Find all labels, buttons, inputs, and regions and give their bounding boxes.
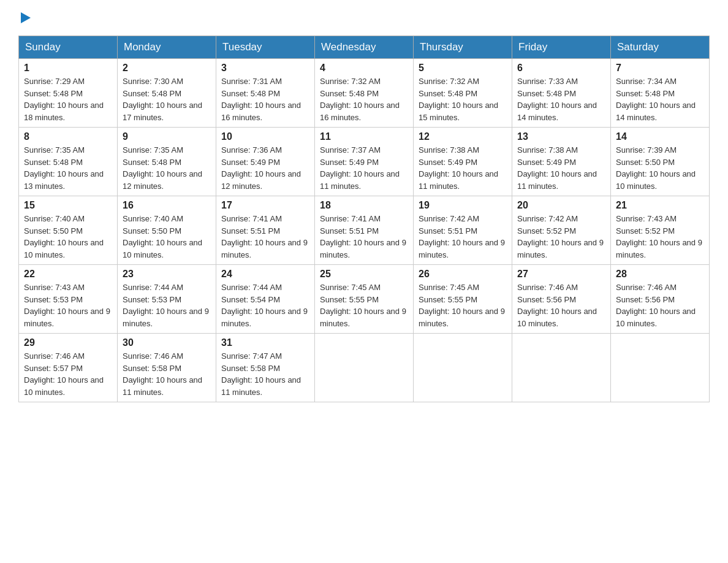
- calendar-cell: [315, 334, 414, 402]
- day-info: Sunrise: 7:32 AMSunset: 5:48 PMDaylight:…: [419, 75, 507, 123]
- day-info: Sunrise: 7:30 AMSunset: 5:48 PMDaylight:…: [123, 75, 211, 123]
- logo: [18, 12, 31, 23]
- day-number: 27: [517, 269, 605, 280]
- calendar-cell: 10Sunrise: 7:36 AMSunset: 5:49 PMDayligh…: [216, 128, 315, 196]
- day-number: 31: [221, 337, 309, 348]
- calendar-cell: [414, 334, 512, 402]
- calendar-cell: 23Sunrise: 7:44 AMSunset: 5:53 PMDayligh…: [118, 265, 216, 334]
- day-info: Sunrise: 7:46 AMSunset: 5:56 PMDaylight:…: [616, 282, 704, 329]
- day-number: 4: [320, 63, 408, 74]
- day-info: Sunrise: 7:34 AMSunset: 5:48 PMDaylight:…: [616, 75, 704, 123]
- calendar-cell: 16Sunrise: 7:40 AMSunset: 5:50 PMDayligh…: [118, 196, 216, 265]
- calendar-cell: 1Sunrise: 7:29 AMSunset: 5:48 PMDaylight…: [19, 59, 118, 128]
- day-info: Sunrise: 7:43 AMSunset: 5:53 PMDaylight:…: [24, 282, 112, 329]
- calendar-cell: 2Sunrise: 7:30 AMSunset: 5:48 PMDaylight…: [118, 59, 216, 128]
- day-info: Sunrise: 7:45 AMSunset: 5:55 PMDaylight:…: [320, 282, 408, 329]
- day-info: Sunrise: 7:36 AMSunset: 5:49 PMDaylight:…: [221, 144, 309, 192]
- day-info: Sunrise: 7:44 AMSunset: 5:53 PMDaylight:…: [123, 282, 211, 329]
- day-number: 30: [123, 337, 211, 348]
- day-number: 3: [221, 63, 309, 74]
- day-number: 28: [616, 269, 704, 280]
- day-number: 9: [123, 131, 211, 142]
- calendar-week-1: 1Sunrise: 7:29 AMSunset: 5:48 PMDaylight…: [19, 59, 710, 128]
- day-number: 19: [419, 200, 507, 211]
- weekday-header-wednesday: Wednesday: [315, 36, 414, 59]
- weekday-header-tuesday: Tuesday: [216, 36, 315, 59]
- day-number: 17: [221, 200, 309, 211]
- calendar-cell: 26Sunrise: 7:45 AMSunset: 5:55 PMDayligh…: [414, 265, 512, 334]
- day-info: Sunrise: 7:47 AMSunset: 5:58 PMDaylight:…: [221, 350, 309, 398]
- day-info: Sunrise: 7:38 AMSunset: 5:49 PMDaylight:…: [517, 144, 605, 192]
- day-info: Sunrise: 7:37 AMSunset: 5:49 PMDaylight:…: [320, 144, 408, 192]
- calendar-cell: 24Sunrise: 7:44 AMSunset: 5:54 PMDayligh…: [216, 265, 315, 334]
- day-number: 29: [24, 337, 112, 348]
- day-number: 25: [320, 269, 408, 280]
- day-info: Sunrise: 7:41 AMSunset: 5:51 PMDaylight:…: [320, 213, 408, 261]
- day-number: 13: [517, 131, 605, 142]
- day-info: Sunrise: 7:38 AMSunset: 5:49 PMDaylight:…: [419, 144, 507, 192]
- day-number: 7: [616, 63, 704, 74]
- day-info: Sunrise: 7:46 AMSunset: 5:57 PMDaylight:…: [24, 350, 112, 398]
- day-number: 21: [616, 200, 704, 211]
- day-number: 10: [221, 131, 309, 142]
- calendar-cell: 28Sunrise: 7:46 AMSunset: 5:56 PMDayligh…: [611, 265, 710, 334]
- day-number: 18: [320, 200, 408, 211]
- calendar-cell: 9Sunrise: 7:35 AMSunset: 5:48 PMDaylight…: [118, 128, 216, 196]
- day-info: Sunrise: 7:42 AMSunset: 5:52 PMDaylight:…: [517, 213, 605, 261]
- calendar-cell: 18Sunrise: 7:41 AMSunset: 5:51 PMDayligh…: [315, 196, 414, 265]
- day-info: Sunrise: 7:29 AMSunset: 5:48 PMDaylight:…: [24, 75, 112, 123]
- calendar-cell: 17Sunrise: 7:41 AMSunset: 5:51 PMDayligh…: [216, 196, 315, 265]
- logo-arrow-icon: [21, 12, 31, 23]
- calendar-cell: 25Sunrise: 7:45 AMSunset: 5:55 PMDayligh…: [315, 265, 414, 334]
- calendar-cell: 11Sunrise: 7:37 AMSunset: 5:49 PMDayligh…: [315, 128, 414, 196]
- day-info: Sunrise: 7:46 AMSunset: 5:56 PMDaylight:…: [517, 282, 605, 329]
- day-info: Sunrise: 7:41 AMSunset: 5:51 PMDaylight:…: [221, 213, 309, 261]
- calendar-cell: 30Sunrise: 7:46 AMSunset: 5:58 PMDayligh…: [118, 334, 216, 402]
- calendar-week-4: 22Sunrise: 7:43 AMSunset: 5:53 PMDayligh…: [19, 265, 710, 334]
- day-info: Sunrise: 7:35 AMSunset: 5:48 PMDaylight:…: [123, 144, 211, 192]
- calendar-cell: 8Sunrise: 7:35 AMSunset: 5:48 PMDaylight…: [19, 128, 118, 196]
- calendar-week-2: 8Sunrise: 7:35 AMSunset: 5:48 PMDaylight…: [19, 128, 710, 196]
- day-number: 6: [517, 63, 605, 74]
- calendar-cell: 7Sunrise: 7:34 AMSunset: 5:48 PMDaylight…: [611, 59, 710, 128]
- calendar-cell: 31Sunrise: 7:47 AMSunset: 5:58 PMDayligh…: [216, 334, 315, 402]
- day-number: 14: [616, 131, 704, 142]
- calendar-cell: [611, 334, 710, 402]
- day-info: Sunrise: 7:40 AMSunset: 5:50 PMDaylight:…: [24, 213, 112, 261]
- calendar-cell: 3Sunrise: 7:31 AMSunset: 5:48 PMDaylight…: [216, 59, 315, 128]
- day-info: Sunrise: 7:46 AMSunset: 5:58 PMDaylight:…: [123, 350, 211, 398]
- day-info: Sunrise: 7:44 AMSunset: 5:54 PMDaylight:…: [221, 282, 309, 329]
- calendar-cell: 12Sunrise: 7:38 AMSunset: 5:49 PMDayligh…: [414, 128, 512, 196]
- day-number: 11: [320, 131, 408, 142]
- day-number: 15: [24, 200, 112, 211]
- calendar-cell: 15Sunrise: 7:40 AMSunset: 5:50 PMDayligh…: [19, 196, 118, 265]
- day-number: 20: [517, 200, 605, 211]
- day-info: Sunrise: 7:43 AMSunset: 5:52 PMDaylight:…: [616, 213, 704, 261]
- calendar-cell: 22Sunrise: 7:43 AMSunset: 5:53 PMDayligh…: [19, 265, 118, 334]
- calendar-cell: 14Sunrise: 7:39 AMSunset: 5:50 PMDayligh…: [611, 128, 710, 196]
- day-number: 12: [419, 131, 507, 142]
- weekday-header-thursday: Thursday: [414, 36, 512, 59]
- calendar-week-3: 15Sunrise: 7:40 AMSunset: 5:50 PMDayligh…: [19, 196, 710, 265]
- day-number: 8: [24, 131, 112, 142]
- day-number: 23: [123, 269, 211, 280]
- calendar-header-row: SundayMondayTuesdayWednesdayThursdayFrid…: [19, 36, 710, 59]
- day-info: Sunrise: 7:40 AMSunset: 5:50 PMDaylight:…: [123, 213, 211, 261]
- day-number: 26: [419, 269, 507, 280]
- day-number: 2: [123, 63, 211, 74]
- weekday-header-friday: Friday: [512, 36, 611, 59]
- calendar-cell: 29Sunrise: 7:46 AMSunset: 5:57 PMDayligh…: [19, 334, 118, 402]
- calendar-cell: 27Sunrise: 7:46 AMSunset: 5:56 PMDayligh…: [512, 265, 611, 334]
- day-number: 5: [419, 63, 507, 74]
- day-info: Sunrise: 7:35 AMSunset: 5:48 PMDaylight:…: [24, 144, 112, 192]
- day-info: Sunrise: 7:31 AMSunset: 5:48 PMDaylight:…: [221, 75, 309, 123]
- calendar-table: SundayMondayTuesdayWednesdayThursdayFrid…: [18, 36, 710, 402]
- day-number: 22: [24, 269, 112, 280]
- day-info: Sunrise: 7:32 AMSunset: 5:48 PMDaylight:…: [320, 75, 408, 123]
- calendar-cell: [512, 334, 611, 402]
- calendar-cell: 21Sunrise: 7:43 AMSunset: 5:52 PMDayligh…: [611, 196, 710, 265]
- day-info: Sunrise: 7:42 AMSunset: 5:51 PMDaylight:…: [419, 213, 507, 261]
- day-number: 16: [123, 200, 211, 211]
- calendar-cell: 19Sunrise: 7:42 AMSunset: 5:51 PMDayligh…: [414, 196, 512, 265]
- calendar-cell: 4Sunrise: 7:32 AMSunset: 5:48 PMDaylight…: [315, 59, 414, 128]
